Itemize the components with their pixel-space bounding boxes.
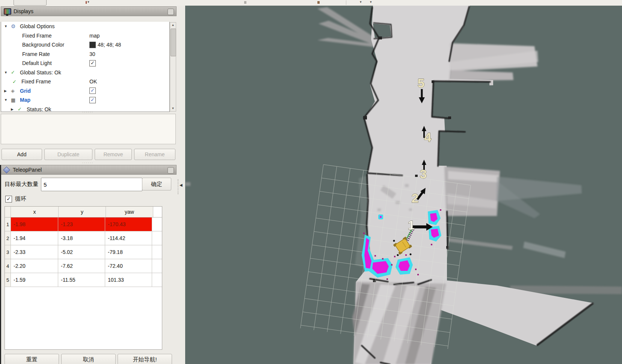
expander-icon[interactable]: ▼ [4,71,11,74]
cell-x[interactable]: -1.94 [11,231,58,245]
toolbar: ▾ ▾ ▾ [0,0,622,6]
display-row-frame-rate[interactable]: Frame Rate30 [1,50,169,59]
display-row-label: Fixed Frame [21,79,51,85]
check-icon: ✓ [11,69,20,75]
goal-count-label: 目标最大数量 [5,181,38,188]
panel-float-button[interactable] [168,167,174,174]
cancel-button[interactable]: 取消 [61,354,116,364]
table-row[interactable]: 3-2.33-5.02-79.18 [5,245,162,259]
panel-float-button[interactable] [168,9,174,15]
property-checkbox[interactable]: ✓ [89,88,96,94]
property-checkbox[interactable]: ✓ [89,60,96,66]
teleop-panel-icon [3,166,10,173]
property-value[interactable]: map [89,33,100,39]
toolbar-tool-button[interactable] [14,0,47,6]
row-number[interactable]: 3 [5,245,11,259]
waypoint-table[interactable]: x y yaw 1-1.98-1.23-170.432-1.94-3.18-11… [5,206,162,350]
row-number[interactable]: 5 [5,273,11,287]
cell-yaw[interactable]: -72.40 [105,259,152,273]
reset-button[interactable]: 重置 [5,354,59,364]
column-header-x[interactable]: x [11,207,59,217]
add-button[interactable]: Add [2,149,42,160]
property-value[interactable]: ✓ [89,60,96,66]
splitter-dots[interactable]: ······ [80,161,95,165]
toolbar-divider [346,0,346,5]
row-number[interactable]: 4 [5,259,11,273]
gear-icon: ⚙ [11,23,20,29]
3d-render-view[interactable]: 12345 [185,6,622,364]
table-row[interactable]: 5-1.59-11.55101.33 [5,273,162,287]
display-row-grid[interactable]: ▶◈Grid✓ [1,86,169,96]
duplicate-button[interactable]: Duplicate [44,149,92,160]
chevron-down-icon: ▾ [88,0,89,4]
display-row-default-light[interactable]: Default Light✓ [1,59,169,68]
expander-icon[interactable]: ▶ [11,107,18,111]
teleop-panel-header[interactable]: TeleopPanel [1,165,177,175]
toolbar-dropdown-icon[interactable]: ▾ [360,0,362,4]
property-value[interactable]: OK [89,79,97,85]
confirm-button[interactable]: 确定 [142,178,171,190]
cell-y[interactable]: -11.55 [58,273,105,287]
scrollbar-thumb[interactable] [171,29,176,56]
waypoint-label-5: 5 [418,76,425,90]
toolbar-glyph [86,1,87,4]
remove-button[interactable]: Remove [95,149,132,160]
cell-yaw[interactable]: -114.42 [105,231,152,245]
rename-button[interactable]: Rename [134,149,175,160]
map-canvas[interactable]: 12345 [185,6,622,364]
cell-y[interactable]: -5.02 [58,245,105,259]
displays-panel-header[interactable]: Displays [1,6,177,16]
expander-icon[interactable]: ▶ [4,89,11,93]
cell-yaw[interactable]: -170.43 [105,217,152,231]
display-row-label: Fixed Frame [22,33,52,39]
property-value[interactable]: ✓ [89,97,96,103]
waypoint-table-body: 1-1.98-1.23-170.432-1.94-3.18-114.423-2.… [5,217,162,287]
cell-y[interactable]: -3.18 [58,231,105,245]
cell-x[interactable]: -1.98 [11,217,58,231]
row-number[interactable]: 2 [5,231,11,245]
display-row-background-color[interactable]: Background Color48; 48; 48 [1,40,169,50]
cell-y[interactable]: -7.62 [58,259,105,273]
loop-label: 循环 [15,195,26,202]
display-row-map[interactable]: ▼▦Map✓ [1,95,169,105]
waypoint-table-header: x y yaw [5,207,162,217]
splitter-dots[interactable]: ······ [80,110,95,114]
display-row-label: Frame Rate [22,51,50,57]
loop-checkbox[interactable]: ✓ [5,196,12,202]
display-row-fixed-frame[interactable]: Fixed Framemap [1,31,169,41]
toolbar-dropdown-icon[interactable]: ▾ [370,0,372,4]
check-icon: ✓ [12,79,21,85]
goal-count-input[interactable] [41,178,142,191]
property-value[interactable]: ✓ [89,88,96,94]
column-header-yaw[interactable]: yaw [106,207,153,217]
expander-icon[interactable]: ▼ [4,24,11,28]
property-checkbox[interactable]: ✓ [89,97,96,103]
collapse-left-icon[interactable]: ◀ [180,183,183,187]
column-header-y[interactable]: y [59,207,106,217]
expander-icon[interactable]: ▼ [4,98,11,102]
scroll-up-icon[interactable]: ▲ [170,23,176,28]
scroll-down-icon[interactable]: ▼ [170,106,176,111]
table-row[interactable]: 4-2.20-7.62-72.40 [5,259,162,273]
cell-x[interactable]: -2.20 [11,259,58,273]
start-navigation-button[interactable]: 开始导航! [118,354,172,364]
cell-x[interactable]: -1.59 [11,273,58,287]
cell-y[interactable]: -1.23 [58,217,105,231]
display-row-fixed-frame[interactable]: ✓Fixed FrameOK [1,77,169,86]
display-row-label: Default Light [22,60,52,66]
displays-scrollbar[interactable]: ▲ ▼ [170,22,176,112]
panel-splitter[interactable]: ◀ [177,6,185,364]
cell-yaw[interactable]: -79.18 [105,245,152,259]
cell-yaw[interactable]: 101.33 [105,273,152,287]
table-row[interactable]: 1-1.98-1.23-170.43 [5,217,162,231]
display-row-global-options[interactable]: ▼⚙Global Options [1,22,169,31]
color-swatch [89,42,96,48]
table-row[interactable]: 2-1.94-3.18-114.42 [5,231,162,245]
cell-x[interactable]: -2.33 [11,245,58,259]
display-row-global-status-ok[interactable]: ▼✓Global Status: Ok [1,68,169,77]
row-number[interactable]: 1 [5,217,11,231]
grid-icon: ◈ [11,88,20,94]
display-row-label: Global Options [20,23,55,29]
property-value[interactable]: 48; 48; 48 [89,42,121,48]
property-value[interactable]: 30 [89,51,95,57]
